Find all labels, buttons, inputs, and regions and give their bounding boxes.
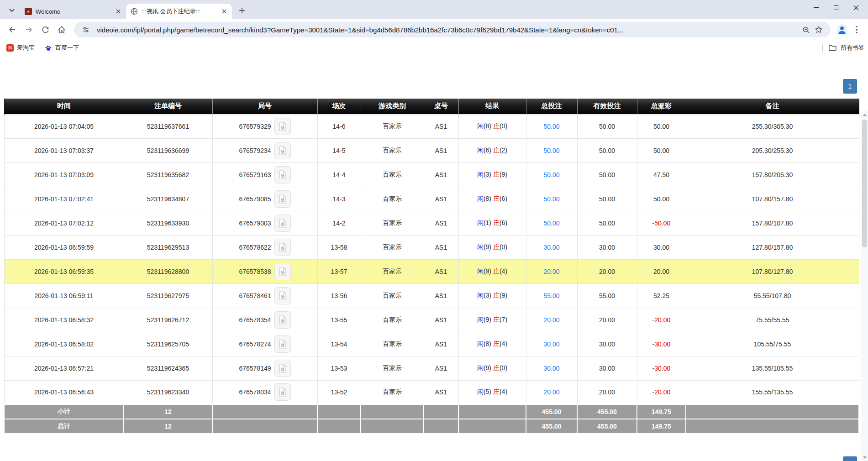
footer-label: 小计 [4,404,124,419]
minimize-icon[interactable] [806,0,826,16]
cell-remark: 135.55/105.55 [686,356,859,380]
video-replay-icon[interactable] [274,335,291,353]
table-row[interactable]: 2026-01-13 07:04:05523119637661676579329… [4,114,859,138]
scrollbar-thumb[interactable] [862,120,867,247]
round-id-text: 676579234 [239,147,271,154]
cell-table: AS1 [424,138,458,162]
bookmark-aitaobao[interactable]: 淘 爱淘宝 [6,44,35,52]
video-replay-icon[interactable] [274,311,291,329]
cell-session: 13-53 [317,356,361,380]
total-bet-link[interactable]: 30.00 [543,341,559,348]
table-row[interactable]: 2026-01-13 06:56:43523119623340676578034… [4,380,859,404]
table-header: 时间 注单编号 局号 场次 游戏类别 桌号 结果 总投注 有效投注 总派彩 备注 [4,99,859,114]
table-row[interactable]: 2026-01-13 06:59:35523119628800676578538… [4,259,859,283]
total-bet-link[interactable]: 50.00 [543,123,559,130]
browser-menu-icon[interactable] [850,22,863,37]
table-row[interactable]: 2026-01-13 06:59:59523119629513676578622… [4,235,859,259]
tab-welcome[interactable]: ♠ Welcome [20,4,126,19]
window-controls [806,0,866,16]
table-row[interactable]: 2026-01-13 06:59:11523119627975676578461… [4,283,859,308]
video-replay-icon[interactable] [274,239,291,256]
result-player-score: (9) [484,243,491,251]
bookmark-star-icon[interactable] [812,23,825,36]
maximize-icon[interactable] [826,0,846,16]
table-row[interactable]: 2026-01-13 07:02:12523119633930676579003… [4,211,859,235]
page-1-button[interactable]: 1 [843,79,857,94]
cell-result: 闲(3) 庄(9) [458,283,526,308]
cell-total-bet: 30.00 [526,235,577,259]
table-row[interactable]: 2026-01-13 06:58:02523119625705676578274… [4,332,859,356]
video-replay-icon[interactable] [274,383,291,401]
new-tab-button[interactable] [236,4,248,17]
cell-payout: 47.50 [637,162,686,187]
all-bookmarks[interactable]: 所有书签 [822,44,864,52]
footer-empty [458,404,526,419]
result-banker: 庄 [493,122,500,130]
result-banker-score: (4) [500,267,507,275]
table-row[interactable]: 2026-01-13 06:57:21523119624365676578149… [4,356,859,380]
cell-payout: 52.25 [637,283,686,308]
cell-session: 13-55 [317,308,361,332]
zoom-out-icon[interactable] [800,23,812,36]
result-banker: 庄 [493,219,500,226]
video-replay-icon[interactable] [274,190,291,208]
bottom-page-button[interactable] [843,456,857,461]
total-bet-link[interactable]: 30.00 [543,365,559,372]
table-row[interactable]: 2026-01-13 07:03:09523119635682676579163… [4,162,859,187]
result-banker-score: (7) [500,316,507,323]
result-banker: 庄 [493,243,500,251]
cell-game-type: 百家乐 [361,138,424,162]
cell-table: AS1 [424,283,458,308]
tab-search-chevron-icon[interactable] [5,4,18,17]
footer-payout: 149.75 [637,404,686,419]
tab-close-icon[interactable] [114,7,122,16]
scroll-down-icon[interactable] [861,454,868,461]
cell-total-bet: 20.00 [526,259,577,283]
video-replay-icon[interactable] [274,263,291,280]
page-scrollbar[interactable] [861,111,868,461]
profile-avatar-icon[interactable] [834,22,850,37]
video-replay-icon[interactable] [274,287,291,304]
bookmark-baidu[interactable]: 百度一下 [45,44,79,52]
total-bet-link[interactable]: 55.00 [543,292,559,299]
cell-payout: 20.00 [637,259,686,283]
video-replay-icon[interactable] [274,142,291,159]
cell-payout: 50.00 [637,187,686,211]
tab-betrecord[interactable]: :::视讯 会员下注纪录::: [126,4,232,19]
site-settings-tune-icon[interactable] [79,23,92,36]
total-bet-link[interactable]: 20.00 [543,388,559,396]
scroll-up-icon[interactable] [861,111,868,118]
round-id-text: 676578461 [239,292,271,299]
video-replay-icon[interactable] [274,215,291,232]
result-banker: 庄 [493,195,500,202]
video-replay-icon[interactable] [274,118,291,135]
table-row[interactable]: 2026-01-13 07:02:41523119634807676579085… [4,187,859,211]
cell-round-id: 676578538 [212,259,317,283]
total-bet-link[interactable]: 50.00 [543,171,559,178]
forward-icon[interactable] [21,22,37,37]
video-replay-icon[interactable] [274,360,291,377]
table-row[interactable]: 2026-01-13 06:58:32523119626712676578354… [4,308,859,332]
total-bet-link[interactable]: 30.00 [543,244,559,251]
result-player-score: (8) [484,195,491,202]
home-icon[interactable] [54,22,69,37]
total-bet-link[interactable]: 20.00 [543,268,559,275]
reload-icon[interactable] [37,22,53,37]
cell-session: 14-2 [317,211,361,235]
total-bet-link[interactable]: 50.00 [543,147,559,154]
address-bar[interactable]: videoie.com/ipl/portal.php/game/betrecor… [74,22,831,37]
close-window-icon[interactable] [846,0,866,16]
video-replay-icon[interactable] [274,166,291,183]
total-bet-link[interactable]: 20.00 [543,316,559,324]
result-banker-score: (0) [500,364,507,372]
back-icon[interactable] [5,22,20,37]
url-text[interactable]: videoie.com/ipl/portal.php/game/betrecor… [97,26,800,34]
table-row[interactable]: 2026-01-13 07:03:37523119636699676579234… [4,138,859,162]
tab-close-icon[interactable] [220,7,228,16]
cell-time: 2026-01-13 06:56:43 [4,380,124,404]
total-bet-link[interactable]: 50.00 [543,195,559,203]
total-bet-link[interactable]: 50.00 [543,220,559,227]
header-session: 场次 [317,99,361,114]
footer-count: 12 [124,419,212,434]
result-player: 闲 [477,147,484,154]
